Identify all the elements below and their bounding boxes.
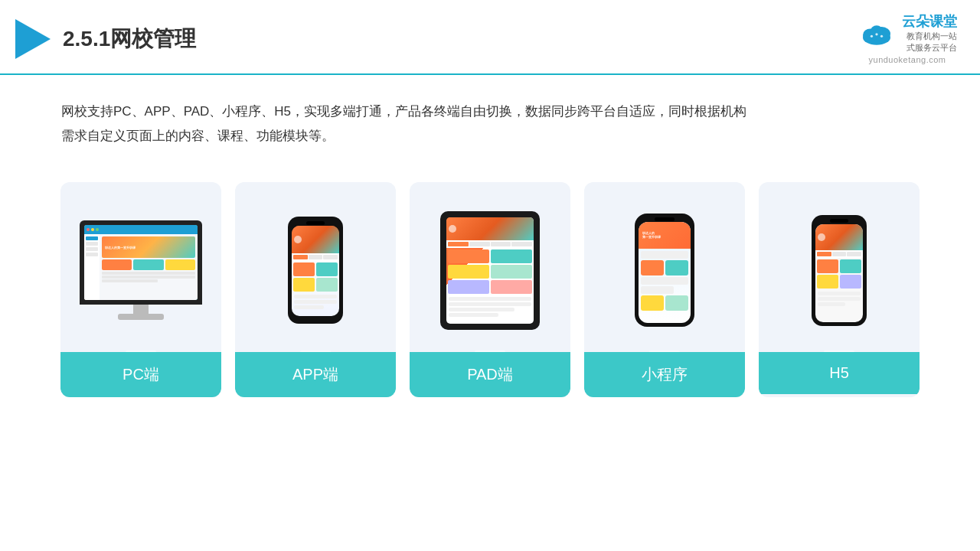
logo-triangle-icon <box>15 19 51 59</box>
mini-card <box>641 260 664 276</box>
card-app: APP端 <box>235 182 396 397</box>
tablet-mockup <box>440 211 540 330</box>
mini-screen-row-cards <box>641 260 688 276</box>
card-h5-label: H5 <box>759 352 920 394</box>
pad-grid-item <box>491 265 532 279</box>
monitor-neck <box>133 305 149 314</box>
pad-list-line <box>449 302 531 306</box>
tablet-screen <box>446 217 534 324</box>
card-app-label: APP端 <box>235 352 396 397</box>
pad-banner-circle <box>449 225 456 233</box>
pc-cards <box>102 259 195 270</box>
app-phone-notch <box>306 221 325 225</box>
pc-content: 职达人的第一堂升职课 <box>100 234 198 300</box>
app-grid-item <box>293 262 315 276</box>
app-screen-nav <box>292 253 339 261</box>
svg-point-4 <box>871 34 873 37</box>
h5-screen-grid <box>815 258 863 290</box>
mini-bottom-cards <box>641 295 688 311</box>
mini-screen-row <box>641 286 674 294</box>
pad-screen-list <box>446 295 534 320</box>
h5-screen-list <box>815 290 863 309</box>
pc-row-line <box>102 272 195 275</box>
pad-grid-item <box>448 265 489 279</box>
pc-dot-green <box>96 228 99 231</box>
card-mini-label-wrapper: 小程序 <box>584 350 745 397</box>
card-app-label-wrapper: APP端 <box>235 350 396 397</box>
brand-tagline: 教育机构一站式服务云平台 <box>902 31 957 54</box>
pc-row-line <box>102 279 158 282</box>
app-grid-item <box>293 278 315 292</box>
h5-nav-item <box>817 252 831 256</box>
pad-nav-item <box>448 242 469 246</box>
mini-screen-body <box>639 249 691 313</box>
brand-info: 云朵课堂 教育机构一站式服务云平台 <box>902 14 957 54</box>
pad-screen-banner <box>446 217 534 240</box>
h5-banner-text <box>827 236 861 238</box>
h5-list-line <box>818 292 861 295</box>
app-nav-item <box>309 255 323 259</box>
pad-grid-item <box>448 249 489 263</box>
mini-screen-row <box>641 277 688 285</box>
pc-sidebar <box>84 234 100 300</box>
mini-card <box>665 295 688 311</box>
pad-grid-item <box>491 249 532 263</box>
h5-banner-circle <box>818 233 825 241</box>
pc-screen-detail: 职达人的第一堂升职课 <box>84 225 198 300</box>
pc-side-item <box>86 242 98 246</box>
page-title: 2.5.1网校管理 <box>63 24 196 54</box>
header-left: 2.5.1网校管理 <box>15 19 196 59</box>
app-banner-circle <box>294 236 302 243</box>
pc-main: 职达人的第一堂升职课 <box>84 234 198 300</box>
app-screen-banner <box>292 226 339 253</box>
h5-grid-item <box>840 259 861 273</box>
mini-phone-notch <box>655 217 675 221</box>
app-list-line <box>294 295 337 298</box>
monitor: 职达人的第一堂升职课 <box>80 220 202 305</box>
pc-card-yellow <box>165 259 195 270</box>
pc-dot-red <box>87 228 90 231</box>
brand-logo: 云朵课堂 教育机构一站式服务云平台 <box>858 14 957 54</box>
card-mini: 职达人的第一堂升职课 <box>584 182 745 397</box>
pc-side-active <box>86 236 98 240</box>
mini-card <box>641 295 664 311</box>
description-text: 网校支持PC、APP、PAD、小程序、H5，实现多端打通，产品各终端自由切换，数… <box>61 99 919 149</box>
h5-list-line <box>818 297 861 301</box>
app-grid-item <box>316 278 338 292</box>
card-pad-label: PAD端 <box>410 352 570 397</box>
h5-phone-notch <box>830 219 848 223</box>
app-screen-grid <box>292 261 339 293</box>
pc-side-item <box>86 253 98 256</box>
monitor-base <box>118 314 164 320</box>
app-nav-item <box>293 255 308 259</box>
app-nav-item <box>323 255 338 259</box>
app-list-line <box>294 300 337 304</box>
pc-card-orange <box>102 259 132 270</box>
cloud-icon <box>858 20 896 47</box>
app-phone-screen <box>292 226 339 316</box>
card-pc: 职达人的第一堂升职课 <box>60 182 221 397</box>
h5-phone-screen <box>815 224 863 322</box>
h5-phone-mockup <box>812 215 867 326</box>
h5-grid-item <box>840 275 861 289</box>
h5-nav-item <box>832 252 847 256</box>
pad-list-line <box>449 308 514 311</box>
header: 2.5.1网校管理 云朵课堂 教育机构一站式服务云平台 yunduoketan <box>0 0 980 75</box>
pc-mockup: 职达人的第一堂升职课 <box>80 220 202 320</box>
app-grid-item <box>316 262 338 276</box>
h5-grid-item <box>817 275 838 289</box>
mini-header-text: 职达人的第一堂升职课 <box>642 232 661 240</box>
brand-url: yunduoketang.com <box>869 55 946 64</box>
pad-nav-item <box>511 242 532 246</box>
pad-nav-item <box>469 242 490 246</box>
mini-phone-mockup: 职达人的第一堂升职课 <box>635 214 694 327</box>
card-pc-label-wrapper: PC端 <box>60 350 221 397</box>
card-pad-label-wrapper: PAD端 <box>410 350 570 397</box>
h5-list-line <box>818 302 845 306</box>
h5-screen-nav <box>815 250 863 258</box>
pc-hero: 职达人的第一堂升职课 <box>102 236 195 258</box>
pad-grid-item <box>491 280 532 294</box>
card-app-image <box>235 182 396 350</box>
brand-name: 云朵课堂 <box>902 14 957 31</box>
monitor-screen: 职达人的第一堂升职课 <box>84 225 198 300</box>
